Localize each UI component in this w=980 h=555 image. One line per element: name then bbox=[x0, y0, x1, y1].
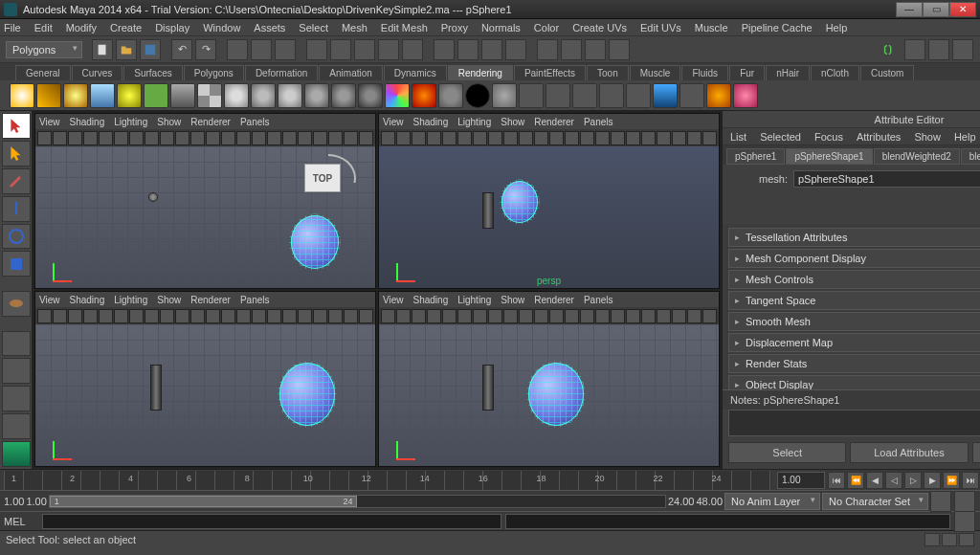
vp-menu-renderer[interactable]: Renderer bbox=[534, 117, 574, 127]
vp-tool-icon[interactable] bbox=[114, 131, 128, 145]
shelf-tab-curves[interactable]: Curves bbox=[72, 65, 123, 80]
menu-window[interactable]: Window bbox=[203, 22, 240, 33]
vp-menu-shading[interactable]: Shading bbox=[413, 117, 449, 127]
vp-tool-icon[interactable] bbox=[442, 131, 457, 145]
batch-render-icon[interactable] bbox=[546, 83, 570, 108]
vp-menu-view[interactable]: View bbox=[39, 295, 60, 305]
vp-menu-lighting[interactable]: Lighting bbox=[457, 117, 491, 127]
character-set-dropdown[interactable]: No Character Set bbox=[822, 493, 928, 510]
layout-hyper-icon[interactable] bbox=[2, 386, 31, 411]
vp-menu-renderer[interactable]: Renderer bbox=[534, 295, 574, 305]
range-playback-start-input[interactable]: 1.00 bbox=[26, 496, 46, 507]
shelf-tab-deformation[interactable]: Deformation bbox=[245, 65, 318, 80]
paint-icon[interactable] bbox=[733, 83, 758, 108]
sphere-preview-6-icon[interactable] bbox=[358, 83, 383, 108]
vp-tool-icon[interactable] bbox=[534, 309, 548, 323]
gray-sphere-2-icon[interactable] bbox=[492, 83, 517, 108]
select-tool[interactable] bbox=[2, 113, 31, 139]
vp-tool-icon[interactable] bbox=[160, 309, 174, 323]
vp-tool-icon[interactable] bbox=[657, 131, 671, 145]
sidebar-toggle-3-icon[interactable] bbox=[952, 39, 973, 60]
black-sphere-icon[interactable] bbox=[465, 83, 490, 108]
ae-section-mesh-controls[interactable]: Mesh Controls bbox=[728, 270, 980, 289]
vp-tool-icon[interactable] bbox=[565, 309, 579, 323]
light-area-icon[interactable] bbox=[90, 83, 115, 108]
vp-tool-icon[interactable] bbox=[68, 309, 82, 323]
snap-point-icon[interactable] bbox=[354, 39, 375, 60]
light-ambient-icon[interactable] bbox=[144, 83, 168, 108]
vp-tool-icon[interactable] bbox=[427, 131, 441, 145]
menu-modify[interactable]: Modify bbox=[66, 22, 97, 33]
ae-menu-list[interactable]: List bbox=[730, 131, 746, 143]
fire-icon[interactable] bbox=[412, 83, 436, 108]
vp-tool-icon[interactable] bbox=[160, 131, 174, 145]
layout-persp-icon[interactable] bbox=[2, 413, 31, 439]
vp-tool-icon[interactable] bbox=[190, 309, 205, 323]
menu-display[interactable]: Display bbox=[155, 22, 189, 33]
vp-menu-show[interactable]: Show bbox=[157, 117, 181, 127]
select-comp-icon[interactable] bbox=[275, 39, 296, 60]
menu-file[interactable]: File bbox=[4, 22, 21, 33]
vp-tool-icon[interactable] bbox=[641, 309, 656, 323]
vp-tool-icon[interactable] bbox=[611, 131, 625, 145]
vp-tool-icon[interactable] bbox=[595, 131, 610, 145]
vp-tool-icon[interactable] bbox=[427, 309, 441, 323]
vp-menu-lighting[interactable]: Lighting bbox=[114, 117, 147, 127]
vp-menu-panels[interactable]: Panels bbox=[584, 117, 613, 127]
vp-tool-icon[interactable] bbox=[549, 309, 564, 323]
vp-menu-panels[interactable]: Panels bbox=[584, 295, 613, 305]
range-start-input[interactable]: 1.00 bbox=[4, 496, 24, 507]
menu-create-uvs[interactable]: Create UVs bbox=[572, 22, 627, 33]
select-button[interactable]: Select bbox=[728, 442, 846, 463]
vp-tool-icon[interactable] bbox=[412, 309, 426, 323]
menu-edit[interactable]: Edit bbox=[34, 22, 53, 33]
time-slider[interactable]: 124681012141618202224 1.00 ⏮ ⏪ ◀ ◁ ▷ ▶ ⏩… bbox=[0, 469, 980, 490]
step-forward-icon[interactable]: ▶ bbox=[924, 472, 941, 489]
set-key-icon[interactable] bbox=[954, 491, 975, 512]
vp-tool-icon[interactable] bbox=[580, 309, 594, 323]
ae-section-tessellation-attributes[interactable]: Tessellation Attributes bbox=[728, 228, 980, 247]
vp-tool-icon[interactable] bbox=[457, 309, 472, 323]
rotate-tool[interactable] bbox=[2, 224, 31, 250]
ipr-icon[interactable] bbox=[481, 39, 502, 60]
vp-tool-icon[interactable] bbox=[488, 309, 502, 323]
vp-tool-icon[interactable] bbox=[488, 131, 502, 145]
status-icon-2[interactable] bbox=[942, 533, 957, 546]
vp-tool-icon[interactable] bbox=[298, 309, 312, 323]
menu-muscle[interactable]: Muscle bbox=[695, 22, 728, 33]
move-tool[interactable] bbox=[2, 196, 31, 222]
shelf-tab-dynamics[interactable]: Dynamics bbox=[384, 65, 447, 80]
vp-menu-renderer[interactable]: Renderer bbox=[190, 117, 231, 127]
vp-tool-icon[interactable] bbox=[626, 131, 640, 145]
vp-tool-icon[interactable] bbox=[702, 309, 717, 323]
vp-tool-icon[interactable] bbox=[344, 131, 358, 145]
load-attributes-button[interactable]: Load Attributes bbox=[850, 442, 968, 463]
open-scene-icon[interactable] bbox=[116, 39, 137, 60]
vp-tool-icon[interactable] bbox=[267, 131, 281, 145]
vp-tool-icon[interactable] bbox=[206, 131, 220, 145]
vp-tool-icon[interactable] bbox=[534, 131, 548, 145]
forward-end-icon[interactable]: ⏭ bbox=[962, 472, 979, 489]
menu-assets[interactable]: Assets bbox=[254, 22, 285, 33]
ae-tab-psphereshape1[interactable]: pSphereShape1 bbox=[786, 148, 872, 165]
render-icon[interactable] bbox=[457, 39, 479, 60]
notes-area[interactable] bbox=[728, 410, 980, 436]
vp-tool-icon[interactable] bbox=[313, 131, 327, 145]
render-settings-icon[interactable] bbox=[505, 39, 526, 60]
step-forward-key-icon[interactable]: ⏩ bbox=[943, 472, 960, 489]
range-slider[interactable]: 124 bbox=[49, 495, 666, 508]
hypershade-icon[interactable] bbox=[599, 83, 624, 108]
vp-tool-icon[interactable] bbox=[396, 309, 411, 323]
rewind-start-icon[interactable]: ⏮ bbox=[828, 472, 845, 489]
history-icon[interactable] bbox=[434, 39, 455, 60]
status-icon-1[interactable] bbox=[924, 533, 940, 546]
shelf-tab-painteffects[interactable]: PaintEffects bbox=[514, 65, 586, 80]
vp-tool-icon[interactable] bbox=[687, 131, 702, 145]
menu-select[interactable]: Select bbox=[299, 22, 328, 33]
vp-menu-shading[interactable]: Shading bbox=[70, 295, 105, 305]
vp-tool-icon[interactable] bbox=[53, 309, 67, 323]
ae-tab-blendweighted1[interactable]: blendWeighted1 bbox=[961, 148, 980, 165]
ae-tab-psphere1[interactable]: pSphere1 bbox=[726, 148, 785, 165]
vp-tool-icon[interactable] bbox=[687, 309, 702, 323]
current-frame-input[interactable]: 1.00 bbox=[777, 472, 825, 489]
